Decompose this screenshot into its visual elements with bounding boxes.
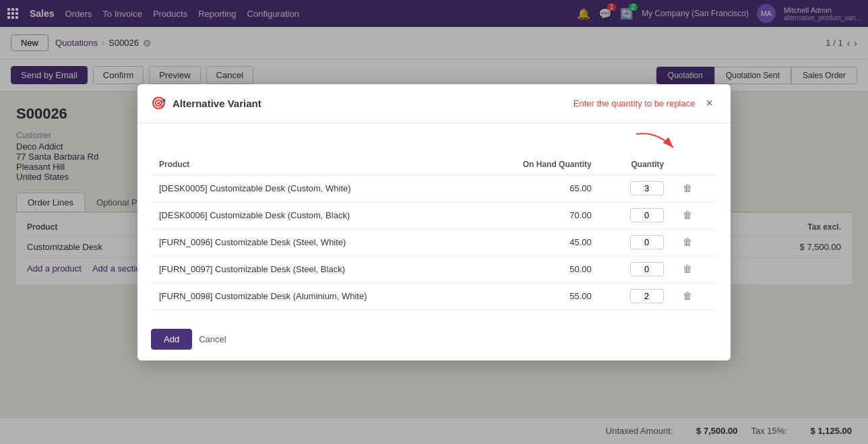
product-table: Product On Hand Quantity Quantity [DESK0… [151,154,717,298]
quantity-cell-4 [600,282,672,298]
delete-button-2[interactable]: 🗑 [680,235,695,249]
modal-hint: Enter the quantity to be replace [574,98,695,108]
on-hand-cell-0: 65.00 [476,175,600,201]
table-row: [FURN_0098] Customizable Desk (Aluminium… [151,282,717,298]
delete-cell-0: 🗑 [672,175,717,201]
product-cell-3: [FURN_0097] Customizable Desk (Steel, Bl… [151,255,476,282]
table-row: [DESK0005] Customizable Desk (Custom, Wh… [151,175,717,201]
col-header-quantity: Quantity [600,154,672,175]
on-hand-cell-2: 45.00 [476,228,600,255]
table-row: [DESK0006] Customizable Desk (Custom, Bl… [151,201,717,228]
table-row: [FURN_0097] Customizable Desk (Steel, Bl… [151,255,717,282]
alternative-variant-modal: 🎯 Alternative Variant Enter the quantity… [137,84,731,298]
col-header-product: Product [151,154,476,175]
col-header-on-hand: On Hand Quantity [476,154,600,175]
table-row: [FURN_0096] Customizable Desk (Steel, Wh… [151,228,717,255]
delete-button-4[interactable]: 🗑 [680,289,695,298]
delete-button-1[interactable]: 🗑 [680,208,695,222]
quantity-cell-2 [600,228,672,255]
delete-cell-3: 🗑 [672,255,717,282]
product-cell-4: [FURN_0098] Customizable Desk (Aluminium… [151,282,476,298]
on-hand-cell-3: 50.00 [476,255,600,282]
product-cell-2: [FURN_0096] Customizable Desk (Steel, Wh… [151,228,476,255]
delete-cell-1: 🗑 [672,201,717,228]
on-hand-cell-4: 55.00 [476,282,600,298]
delete-button-0[interactable]: 🗑 [680,181,695,195]
modal-close-button[interactable]: × [702,95,717,112]
quantity-input-2[interactable] [630,235,664,249]
quantity-cell-0 [600,175,672,201]
delete-cell-2: 🗑 [672,228,717,255]
modal-icon: 🎯 [151,96,166,110]
modal-header: 🎯 Alternative Variant Enter the quantity… [137,84,731,123]
annotation-container [137,123,731,154]
quantity-input-1[interactable] [630,208,664,222]
on-hand-cell-1: 70.00 [476,201,600,228]
quantity-cell-3 [600,255,672,282]
delete-button-3[interactable]: 🗑 [680,262,695,276]
quantity-input-4[interactable] [630,289,664,298]
col-header-actions [672,154,717,175]
annotation-arrow-svg [629,127,683,154]
product-cell-0: [DESK0005] Customizable Desk (Custom, Wh… [151,175,476,201]
table-header: Product On Hand Quantity Quantity [151,154,717,175]
modal-body: Product On Hand Quantity Quantity [DESK0… [137,154,731,298]
quantity-cell-1 [600,201,672,228]
quantity-input-3[interactable] [630,262,664,276]
quantity-input-0[interactable] [630,181,664,195]
delete-cell-4: 🗑 [672,282,717,298]
modal-title: Alternative Variant [173,98,567,109]
product-cell-1: [DESK0006] Customizable Desk (Custom, Bl… [151,201,476,228]
modal-overlay: 🎯 Alternative Variant Enter the quantity… [0,0,868,298]
